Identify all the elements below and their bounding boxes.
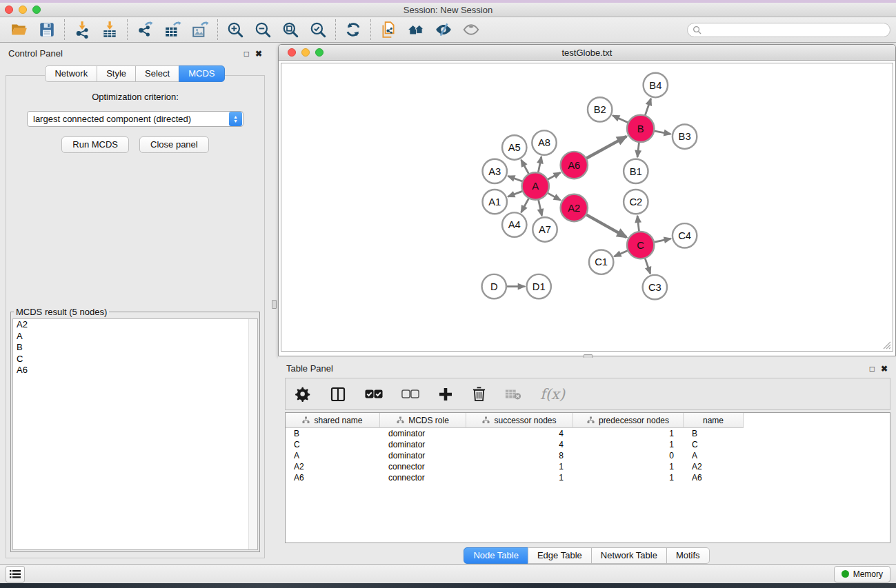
edge-A-A5[interactable] [521,160,529,174]
column-header-name[interactable]: name [684,413,744,428]
mcds-result-list[interactable]: A2ABCA6 [12,318,258,550]
cell[interactable]: A6 [286,473,380,483]
tab-mcds[interactable]: MCDS [179,65,224,82]
edge-C-C4[interactable] [654,239,670,242]
result-list-item[interactable]: A6 [13,365,257,376]
criterion-select[interactable]: largest connected component (directed) ▲… [27,111,243,127]
result-list-item[interactable]: A2 [13,319,257,331]
task-history-button[interactable] [6,566,25,582]
tab-node-table[interactable]: Node Table [464,547,528,564]
cell[interactable]: 1 [573,462,684,472]
home-button[interactable] [402,19,430,41]
search-input[interactable] [701,24,890,36]
column-header-predecessor-nodes[interactable]: predecessor nodes [573,413,684,428]
zoom-selected-button[interactable] [304,19,332,41]
cell[interactable]: 8 [466,451,573,460]
edge-A-A1[interactable] [508,191,523,196]
run-mcds-button[interactable]: Run MCDS [61,136,129,153]
edge-A2-C[interactable] [586,214,626,237]
cell[interactable]: 1 [466,473,573,483]
memory-button[interactable]: Memory [834,566,890,582]
cell[interactable]: connector [380,473,466,483]
deselect-all-button[interactable] [401,389,419,399]
cell[interactable]: dominator [380,451,466,460]
close-panel-button[interactable]: Close panel [139,136,209,153]
import-table-button[interactable] [96,19,123,41]
tab-network-table[interactable]: Network Table [591,547,667,564]
float-panel-icon[interactable]: □ [870,365,875,373]
cell[interactable]: 1 [573,429,684,438]
cell[interactable]: 0 [573,451,684,460]
add-column-button[interactable] [438,387,453,402]
show-network-view-button[interactable] [457,19,485,41]
export-table-button[interactable] [159,19,186,41]
settings-gear-button[interactable] [295,386,311,402]
zoom-out-button[interactable] [249,19,277,41]
export-network-button[interactable] [131,19,159,41]
edge-A-A8[interactable] [538,156,541,172]
table-row[interactable]: A2connector11A2 [286,461,890,472]
resize-grip-icon[interactable] [882,341,891,349]
result-list-item[interactable]: B [13,342,257,354]
import-network-button[interactable] [68,19,96,41]
search-field[interactable] [687,23,890,37]
delete-table-button[interactable] [505,388,521,401]
cell[interactable]: B [286,429,380,438]
zoom-in-button[interactable] [221,19,249,41]
cell[interactable]: A2 [286,462,380,472]
cell[interactable]: C [286,440,380,449]
cell[interactable]: 1 [466,462,573,472]
network-window-titlebar[interactable]: testGlobe.txt [279,45,895,61]
delete-column-button[interactable] [472,386,486,402]
vertical-splitter[interactable] [270,43,278,564]
edge-C-C2[interactable] [637,216,639,232]
column-header-MCDS-role[interactable]: MCDS role [380,413,466,428]
split-columns-button[interactable] [330,386,346,403]
cell[interactable]: 1 [573,473,684,483]
save-session-button[interactable] [33,19,61,41]
scrollbar-track[interactable] [248,319,257,549]
cell[interactable]: 4 [466,440,573,449]
edge-C-C3[interactable] [645,258,650,274]
tab-edge-table[interactable]: Edge Table [528,547,592,564]
cell[interactable]: B [684,429,744,438]
column-header-shared-name[interactable]: shared name [286,413,380,428]
zoom-fit-button[interactable] [277,19,304,41]
function-builder-button[interactable]: f(x) [540,386,565,403]
cell[interactable]: A2 [684,462,744,472]
edge-A-A7[interactable] [538,199,541,216]
export-image-button[interactable] [186,19,214,41]
tab-network[interactable]: Network [45,65,97,82]
open-session-button[interactable] [6,19,33,41]
network-canvas[interactable]: B4B2BB3B1A5A8A6A3AA1A2C2A4A7CC4C1C3DD1 [281,63,893,352]
refresh-button[interactable] [339,19,367,41]
table-row[interactable]: A6connector11A6 [286,472,890,483]
close-panel-icon[interactable]: ✖ [255,50,262,58]
tab-select[interactable]: Select [135,65,179,82]
hide-network-view-button[interactable] [430,19,457,41]
edge-B-B4[interactable] [645,99,651,116]
cell[interactable]: C [684,440,744,449]
node-table[interactable]: shared nameMCDS rolesuccessor nodesprede… [285,412,890,543]
edge-A-A6[interactable] [548,172,561,179]
edge-A-A4[interactable] [521,198,529,212]
copy-network-view-button[interactable] [375,19,402,41]
result-list-item[interactable]: C [13,354,257,365]
tab-style[interactable]: Style [97,65,136,82]
edge-B-B1[interactable] [637,142,639,157]
table-row[interactable]: Cdominator41C [286,439,890,450]
table-row[interactable]: Bdominator41B [286,428,890,439]
edge-A6-B[interactable] [586,136,627,159]
edge-C-C1[interactable] [615,250,628,256]
column-header-successor-nodes[interactable]: successor nodes [466,413,573,428]
network-graph[interactable]: B4B2BB3B1A5A8A6A3AA1A2C2A4A7CC4C1C3DD1 [281,63,893,351]
cell[interactable]: connector [380,462,466,472]
cell[interactable]: A [286,451,380,460]
edge-B-B3[interactable] [654,131,670,134]
edge-A-A3[interactable] [508,176,523,181]
table-row[interactable]: Adominator80A [286,450,890,461]
float-panel-icon[interactable]: □ [244,50,249,58]
cell[interactable]: dominator [380,429,466,438]
tab-motifs[interactable]: Motifs [666,547,710,564]
cell[interactable]: 1 [573,440,684,449]
